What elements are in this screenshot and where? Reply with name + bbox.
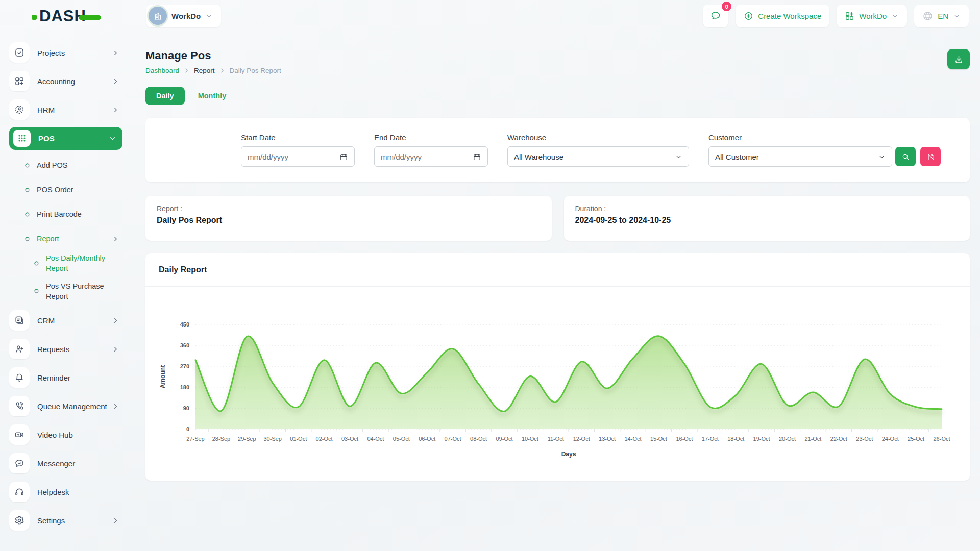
sidebar-item-pos-daily-monthly-report[interactable]: Pos Daily/Monthly Report: [9, 253, 122, 274]
sidebar-item-pos[interactable]: POS: [9, 127, 122, 150]
language-label: EN: [938, 12, 948, 20]
start-date-input[interactable]: mm/dd/yyyy: [241, 146, 355, 167]
workspace-menu[interactable]: WorkDo: [837, 5, 907, 27]
svg-text:09-Oct: 09-Oct: [496, 436, 512, 442]
svg-text:20-Oct: 20-Oct: [779, 436, 796, 442]
end-date-input[interactable]: mm/dd/yyyy: [374, 146, 488, 167]
breadcrumb-dashboard-link[interactable]: Dashboard: [145, 67, 179, 74]
language-selector[interactable]: EN: [914, 5, 969, 27]
svg-text:07-Oct: 07-Oct: [445, 436, 461, 442]
chevron-down-icon: [675, 153, 682, 161]
bullet-icon: [34, 261, 39, 266]
sidebar-item-helpdesk[interactable]: Helpdesk: [9, 480, 122, 504]
search-button[interactable]: [895, 147, 916, 166]
calendar-icon[interactable]: [473, 153, 481, 161]
sidebar-item-settings[interactable]: Settings: [9, 509, 122, 532]
main-content: Manage Pos Dashboard Report Daily Pos Re…: [145, 49, 970, 481]
sidebar-item-label: Video Hub: [37, 431, 73, 439]
chevron-right-icon: [219, 67, 226, 74]
svg-text:03-Oct: 03-Oct: [341, 436, 358, 442]
topbar: DASH WorkDo 0: [0, 0, 980, 33]
warehouse-select[interactable]: All Warehouse: [507, 146, 689, 167]
settings-icon: [9, 510, 30, 531]
sidebar-item-accounting[interactable]: Accounting: [9, 69, 122, 93]
end-date-placeholder: mm/dd/yyyy: [381, 153, 422, 161]
topbar-actions: 0 Create Workspace WorkDo: [703, 5, 969, 27]
page-title: Manage Pos: [145, 49, 281, 62]
svg-text:180: 180: [180, 384, 189, 390]
chevron-down-icon: [878, 153, 886, 161]
sidebar-item-label: HRM: [37, 106, 55, 114]
svg-text:Amount: Amount: [159, 365, 166, 388]
helpdesk-icon: [9, 482, 30, 502]
brand-logo[interactable]: DASH: [32, 7, 101, 26]
sidebar-item-queue-management[interactable]: Queue Management: [9, 394, 122, 418]
sidebar-item-report[interactable]: Report: [9, 229, 122, 249]
bullet-icon: [24, 212, 30, 217]
calendar-icon[interactable]: [339, 153, 348, 161]
svg-text:25-Oct: 25-Oct: [908, 436, 924, 442]
sidebar-item-label: Reminder: [37, 373, 70, 382]
svg-text:28-Sep: 28-Sep: [212, 436, 230, 442]
sidebar-item-crm[interactable]: CRM: [9, 309, 122, 332]
svg-text:27-Sep: 27-Sep: [186, 436, 204, 442]
building-icon: [153, 11, 163, 21]
sidebar-item-pos-vs-purchase-report[interactable]: Pos VS Purchase Report: [9, 281, 122, 302]
svg-text:18-Oct: 18-Oct: [727, 436, 744, 442]
sidebar-item-label: Add POS: [37, 160, 67, 170]
svg-text:14-Oct: 14-Oct: [624, 436, 641, 442]
chevron-down-icon: [205, 12, 213, 20]
report-period-tabs: Daily Monthly: [145, 87, 970, 105]
sidebar-item-video-hub[interactable]: Video Hub: [9, 423, 122, 446]
start-date-label: Start Date: [241, 133, 355, 142]
filter-buttons: [895, 147, 941, 166]
svg-text:10-Oct: 10-Oct: [522, 436, 538, 442]
svg-text:02-Oct: 02-Oct: [316, 436, 333, 442]
sidebar-item-pos-order[interactable]: POS Order: [9, 180, 122, 200]
sidebar-item-projects[interactable]: Projects: [9, 41, 122, 64]
chevron-down-icon: [109, 135, 116, 142]
bullet-icon: [34, 288, 39, 294]
workspace-selector[interactable]: WorkDo: [146, 5, 221, 27]
sidebar-item-requests[interactable]: Requests: [9, 337, 122, 361]
svg-text:Days: Days: [561, 450, 576, 458]
sidebar-item-print-barcode[interactable]: Print Barcode: [9, 204, 122, 224]
bullet-icon: [24, 187, 30, 193]
reset-file-icon: [926, 153, 935, 161]
sidebar-item-label: Report: [37, 234, 59, 244]
create-workspace-button[interactable]: Create Workspace: [736, 5, 829, 27]
summary-row: Report : Daily Pos Report Duration : 202…: [145, 196, 970, 241]
svg-text:05-Oct: 05-Oct: [393, 436, 410, 442]
create-workspace-label: Create Workspace: [758, 12, 821, 20]
sidebar-item-reminder[interactable]: Reminder: [9, 366, 122, 389]
end-date-label: End Date: [374, 133, 488, 142]
sidebar-item-hrm[interactable]: HRM: [9, 98, 122, 121]
sidebar-item-messenger[interactable]: Messenger: [9, 452, 122, 475]
customer-select[interactable]: All Customer: [708, 146, 892, 167]
reset-button[interactable]: [920, 147, 941, 166]
workspace-avatar: [149, 7, 167, 25]
sidebar-item-label: Requests: [37, 345, 69, 354]
tab-daily[interactable]: Daily: [145, 87, 185, 105]
messages-button[interactable]: 0: [703, 5, 728, 27]
sidebar-item-label: Messenger: [37, 459, 75, 468]
workspace-name: WorkDo: [172, 12, 201, 20]
chevron-right-icon: [112, 345, 119, 353]
logo-dash-icon: [79, 15, 101, 20]
chevron-right-icon: [112, 317, 119, 324]
duration-label: Duration :: [575, 205, 959, 213]
svg-text:24-Oct: 24-Oct: [882, 436, 899, 442]
accounting-icon: [9, 71, 30, 91]
download-button[interactable]: [947, 49, 970, 69]
sidebar-item-label: POS: [38, 134, 55, 143]
sidebar-item-label: Projects: [37, 48, 65, 57]
breadcrumb-report[interactable]: Report: [194, 67, 215, 74]
chevron-right-icon: [112, 517, 119, 524]
chat-badge: 0: [722, 2, 731, 11]
logo-dot-icon: [32, 15, 37, 20]
sidebar-item-add-pos[interactable]: Add POS: [9, 155, 122, 176]
chart-header: Daily Report: [145, 253, 970, 287]
tab-monthly[interactable]: Monthly: [198, 92, 227, 100]
sidebar-item-label: Helpdesk: [37, 488, 69, 496]
chevron-right-icon: [112, 235, 119, 243]
